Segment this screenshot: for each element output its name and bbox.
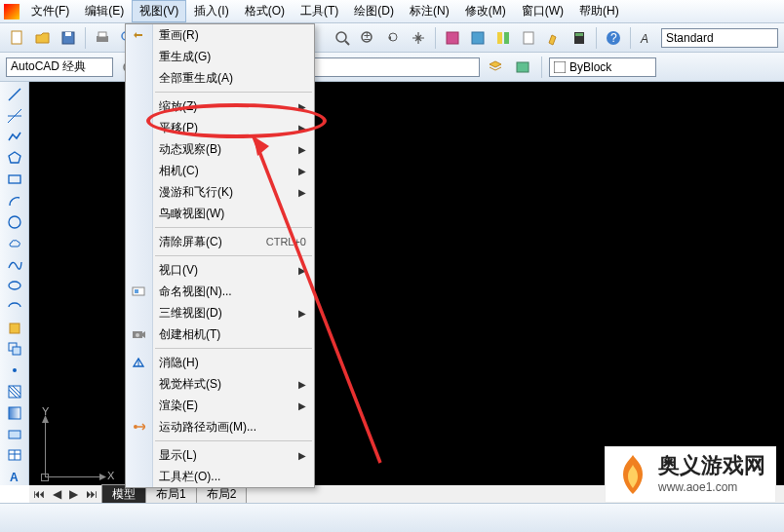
- submenu-arrow-icon: ▶: [298, 144, 306, 155]
- menu-item[interactable]: 创建相机(T): [126, 323, 314, 345]
- menu-item[interactable]: 相机(C)▶: [126, 160, 314, 181]
- menu-item[interactable]: 工具栏(O)...: [126, 466, 314, 487]
- line-tool[interactable]: [4, 86, 25, 103]
- menu-edit[interactable]: 编辑(E): [77, 0, 132, 22]
- print-button[interactable]: [91, 26, 114, 50]
- tab-prev-button[interactable]: ◀: [49, 487, 65, 501]
- menu-tools[interactable]: 工具(T): [293, 0, 346, 22]
- gradient-tool[interactable]: [4, 404, 25, 422]
- hide-icon: [131, 355, 146, 370]
- layer-manager-button[interactable]: [484, 56, 507, 79]
- menu-item-label: 视口(V): [159, 262, 198, 279]
- menu-dimension[interactable]: 标注(N): [402, 0, 457, 22]
- tab-last-button[interactable]: ⏭: [82, 487, 101, 501]
- named-view-icon: [131, 284, 146, 299]
- menu-item[interactable]: 重生成(G): [126, 46, 314, 67]
- submenu-arrow-icon: ▶: [298, 123, 306, 133]
- zoom-previous-button[interactable]: [381, 26, 405, 50]
- menu-item[interactable]: 动态观察(B)▶: [126, 138, 314, 160]
- arc-tool[interactable]: [4, 192, 25, 209]
- make-block-tool[interactable]: [4, 341, 25, 359]
- svg-line-29: [9, 89, 20, 100]
- svg-point-35: [9, 282, 20, 289]
- insert-block-tool[interactable]: [4, 320, 25, 337]
- text-tool[interactable]: A: [4, 468, 25, 485]
- properties-button[interactable]: [441, 26, 464, 50]
- menu-item[interactable]: 清除屏幕(C)CTRL+0: [126, 231, 314, 252]
- menu-window[interactable]: 窗口(W): [514, 0, 571, 22]
- submenu-arrow-icon: ▶: [298, 187, 306, 198]
- menu-item[interactable]: 漫游和飞行(K)▶: [126, 181, 314, 203]
- menu-format[interactable]: 格式(O): [237, 0, 293, 22]
- markup-button[interactable]: [542, 26, 566, 50]
- region-tool[interactable]: [4, 426, 25, 443]
- menu-item[interactable]: 重画(R): [126, 24, 314, 46]
- calc-button[interactable]: [568, 26, 591, 50]
- svg-rect-33: [9, 175, 20, 183]
- color-combo[interactable]: ByBlock: [549, 57, 656, 77]
- menu-item-label: 重画(R): [159, 27, 199, 44]
- tab-first-button[interactable]: ⏮: [29, 487, 49, 501]
- redraw-icon: [131, 27, 146, 43]
- menu-item[interactable]: 视觉样式(S)▶: [126, 373, 314, 395]
- menu-item[interactable]: 缩放(Z)▶: [126, 95, 314, 117]
- help-button[interactable]: ?: [602, 26, 625, 50]
- menu-item[interactable]: 全部重生成(A): [126, 67, 314, 89]
- menu-view[interactable]: 视图(V): [132, 0, 186, 22]
- layer-states-button[interactable]: [511, 56, 534, 79]
- menu-item[interactable]: 平移(P)▶: [126, 117, 314, 138]
- menu-item[interactable]: 命名视图(N)...: [126, 281, 314, 302]
- table-tool[interactable]: [4, 447, 25, 465]
- polyline-tool[interactable]: [4, 129, 25, 146]
- new-button[interactable]: [6, 26, 29, 50]
- menu-item[interactable]: 消隐(H): [126, 352, 314, 373]
- menu-item-label: 三维视图(D): [159, 305, 222, 322]
- text-style-icon[interactable]: A: [636, 26, 659, 50]
- circle-tool[interactable]: [4, 213, 25, 231]
- toolbar-workspace: AutoCAD 经典 ☀ 0 ByBlock: [0, 53, 784, 82]
- zoom-window-button[interactable]: [331, 26, 354, 50]
- menu-item[interactable]: 运动路径动画(M)...: [126, 416, 314, 437]
- hatch-tool[interactable]: [4, 383, 25, 400]
- svg-point-34: [9, 216, 20, 228]
- tab-next-button[interactable]: ▶: [65, 487, 82, 501]
- menu-draw[interactable]: 绘图(D): [346, 0, 402, 22]
- pan-button[interactable]: [407, 26, 430, 50]
- menu-item-label: 消隐(H): [159, 355, 199, 371]
- menu-item[interactable]: 鸟瞰视图(W): [126, 203, 314, 224]
- sheet-set-button[interactable]: [517, 26, 540, 50]
- workspace-combo[interactable]: AutoCAD 经典: [6, 57, 113, 77]
- tool-palettes-button[interactable]: [491, 26, 515, 50]
- menu-modify[interactable]: 修改(M): [457, 0, 514, 22]
- spline-tool[interactable]: [4, 255, 25, 273]
- rectangle-tool[interactable]: [4, 171, 25, 188]
- text-style-combo[interactable]: Standard: [661, 28, 778, 48]
- menu-help[interactable]: 帮助(H): [571, 0, 627, 22]
- xline-tool[interactable]: [4, 107, 25, 125]
- svg-line-41: [9, 390, 17, 398]
- menu-item-label: 动态观察(B): [159, 141, 221, 158]
- menu-item-label: 运动路径动画(M)...: [159, 419, 256, 436]
- svg-rect-45: [9, 431, 20, 438]
- svg-point-55: [134, 425, 137, 429]
- ellipse-arc-tool[interactable]: [4, 298, 25, 316]
- menu-item-label: 全部重生成(A): [159, 70, 233, 87]
- menu-item[interactable]: 渲染(E)▶: [126, 395, 314, 416]
- design-center-button[interactable]: [466, 26, 490, 50]
- svg-text:A: A: [640, 32, 648, 46]
- zoom-realtime-button[interactable]: ±: [356, 26, 379, 50]
- menu-item[interactable]: 视口(V)▶: [126, 259, 314, 281]
- menu-file[interactable]: 文件(F): [23, 0, 77, 22]
- svg-rect-44: [9, 407, 20, 419]
- save-button[interactable]: [57, 26, 80, 50]
- svg-line-8: [345, 41, 349, 45]
- polygon-tool[interactable]: [4, 149, 25, 167]
- menu-item-label: 渲染(E): [159, 398, 198, 414]
- point-tool[interactable]: [4, 361, 25, 379]
- ellipse-tool[interactable]: [4, 277, 25, 294]
- menu-insert[interactable]: 插入(I): [186, 0, 236, 22]
- revision-cloud-tool[interactable]: [4, 235, 25, 252]
- open-button[interactable]: [31, 26, 55, 50]
- menu-item[interactable]: 显示(L)▶: [126, 444, 314, 466]
- menu-item[interactable]: 三维视图(D)▶: [126, 302, 314, 323]
